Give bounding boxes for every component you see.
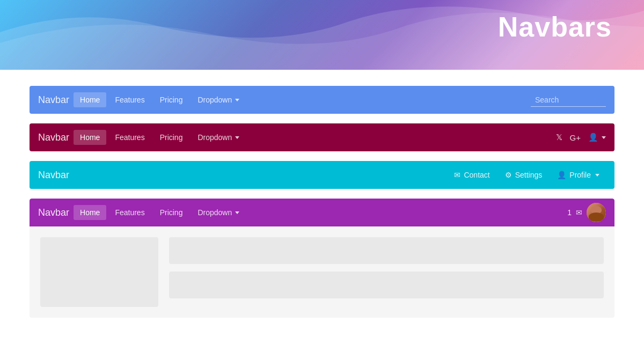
chevron-down-icon bbox=[235, 211, 239, 214]
navbar-4-link-features[interactable]: Features bbox=[108, 205, 151, 220]
navbar-3: Navbar ✉ Contact ⚙ Settings 👤 Profile bbox=[30, 161, 614, 189]
envelope-icon: ✉ bbox=[454, 171, 460, 179]
navbar-1-links: Home Features Pricing Dropdown bbox=[74, 92, 531, 107]
notification-count: 1 bbox=[567, 208, 572, 217]
user-menu[interactable]: 👤 bbox=[588, 133, 606, 142]
chevron-down-icon bbox=[235, 136, 239, 139]
navbar-3-brand: Navbar bbox=[38, 170, 69, 181]
navbar-2-links: Home Features Pricing Dropdown bbox=[74, 130, 556, 145]
gear-icon: ⚙ bbox=[505, 171, 512, 179]
navbar-4-brand: Navbar bbox=[38, 207, 69, 218]
navbar-2-link-features[interactable]: Features bbox=[108, 130, 151, 145]
navbar-4-container: Navbar Home Features Pricing Dropdown 1 … bbox=[30, 199, 614, 318]
avatar-image bbox=[587, 203, 606, 222]
placeholder-left-block bbox=[40, 237, 158, 307]
user-icon: 👤 bbox=[557, 171, 566, 179]
chevron-down-icon bbox=[595, 174, 599, 177]
profile-button[interactable]: 👤 Profile bbox=[551, 167, 606, 182]
page-title: Navbars bbox=[498, 11, 612, 43]
settings-button[interactable]: ⚙ Settings bbox=[499, 167, 549, 182]
hero-section: Navbars bbox=[0, 0, 644, 70]
navbar-4-right: 1 ✉ bbox=[567, 203, 606, 222]
navbar-4-links: Home Features Pricing Dropdown bbox=[74, 205, 567, 220]
placeholder-bar-1 bbox=[169, 237, 604, 264]
navbar-1-brand: Navbar bbox=[38, 94, 69, 106]
navbar-2-link-pricing[interactable]: Pricing bbox=[153, 130, 189, 145]
navbar-4-link-home[interactable]: Home bbox=[74, 205, 106, 220]
navbar-2-dropdown[interactable]: Dropdown bbox=[191, 130, 246, 145]
envelope-icon: ✉ bbox=[576, 208, 582, 217]
search-input[interactable] bbox=[531, 93, 606, 107]
navbar-2: Navbar Home Features Pricing Dropdown 𝕏 … bbox=[30, 123, 614, 151]
chevron-down-icon bbox=[235, 99, 239, 101]
social-icons-group: 𝕏 G+ 👤 bbox=[556, 133, 606, 142]
twitter-icon[interactable]: 𝕏 bbox=[556, 133, 562, 142]
placeholder-right-blocks bbox=[169, 237, 604, 307]
notification-area: 1 ✉ bbox=[567, 203, 606, 222]
navbar-1-link-home[interactable]: Home bbox=[74, 92, 106, 107]
navbar-4-link-pricing[interactable]: Pricing bbox=[153, 205, 189, 220]
navbar-1-link-pricing[interactable]: Pricing bbox=[153, 92, 189, 107]
contact-button[interactable]: ✉ Contact bbox=[448, 167, 496, 182]
navbar-3-right: ✉ Contact ⚙ Settings 👤 Profile bbox=[448, 167, 606, 182]
navbar-1: Navbar Home Features Pricing Dropdown bbox=[30, 86, 614, 114]
navbar-1-right bbox=[531, 93, 606, 107]
content-placeholder-area bbox=[30, 226, 614, 318]
navbar-4-dropdown[interactable]: Dropdown bbox=[191, 205, 246, 220]
google-plus-icon[interactable]: G+ bbox=[570, 133, 581, 142]
navbar-2-link-home[interactable]: Home bbox=[74, 130, 106, 145]
placeholder-bar-2 bbox=[169, 272, 604, 298]
navbar-2-brand: Navbar bbox=[38, 132, 69, 143]
navbar-4: Navbar Home Features Pricing Dropdown 1 … bbox=[30, 199, 614, 226]
action-buttons-group: ✉ Contact ⚙ Settings 👤 Profile bbox=[448, 167, 606, 182]
chevron-down-icon bbox=[602, 136, 606, 139]
page-content: Navbar Home Features Pricing Dropdown Na… bbox=[0, 70, 644, 337]
navbar-2-right: 𝕏 G+ 👤 bbox=[556, 133, 606, 142]
avatar[interactable] bbox=[587, 203, 606, 222]
navbar-1-dropdown[interactable]: Dropdown bbox=[191, 92, 246, 107]
navbar-1-link-features[interactable]: Features bbox=[108, 92, 151, 107]
